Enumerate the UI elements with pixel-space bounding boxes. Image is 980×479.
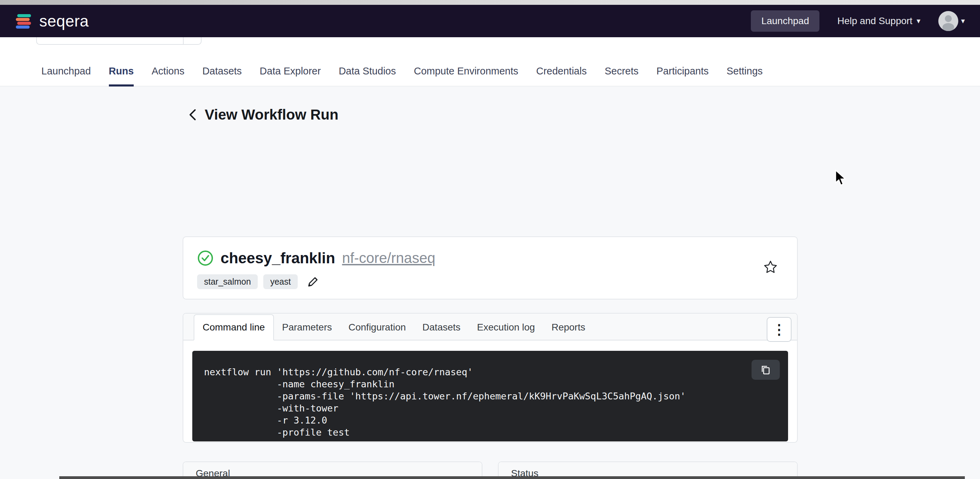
- tab-execution-log[interactable]: Execution log: [469, 315, 543, 340]
- kebab-icon: ⋮: [772, 323, 786, 336]
- edit-labels-button[interactable]: [307, 276, 319, 288]
- run-details-card: Command line Parameters Configuration Da…: [183, 313, 798, 443]
- horizontal-scrollbar[interactable]: [59, 476, 965, 479]
- command-line-block: nextflow run 'https://github.com/nf-core…: [192, 351, 788, 441]
- chevron-down-icon: ▾: [916, 16, 920, 25]
- tab-data-studios[interactable]: Data Studios: [339, 65, 396, 86]
- tab-compute-environments[interactable]: Compute Environments: [414, 65, 518, 86]
- tab-runs[interactable]: Runs: [109, 65, 134, 86]
- run-name: cheesy_franklin: [221, 250, 335, 267]
- tab-datasets[interactable]: Datasets: [202, 65, 242, 86]
- command-line-text: nextflow run 'https://github.com/nf-core…: [204, 366, 776, 438]
- avatar: [938, 11, 958, 31]
- search-input[interactable]: [36, 37, 202, 45]
- tab-credentials[interactable]: Credentials: [536, 65, 587, 86]
- back-button[interactable]: [188, 108, 197, 122]
- tab-reports[interactable]: Reports: [543, 315, 593, 340]
- seqera-brand[interactable]: seqera: [15, 12, 89, 30]
- page-title: View Workflow Run: [205, 107, 338, 123]
- tab-configuration[interactable]: Configuration: [340, 315, 414, 340]
- main-content: View Workflow Run cheesy_franklin nf-cor…: [0, 107, 980, 123]
- run-options-button[interactable]: ⋮: [767, 317, 792, 342]
- tab-settings[interactable]: Settings: [727, 65, 763, 86]
- copy-icon: [760, 364, 771, 375]
- help-and-support-menu[interactable]: Help and Support ▾: [837, 16, 920, 27]
- tab-data-explorer[interactable]: Data Explorer: [260, 65, 321, 86]
- help-menu-label: Help and Support: [837, 16, 912, 27]
- user-menu[interactable]: ▾: [938, 11, 965, 31]
- workspace-subnav: Launchpad Runs Actions Datasets Data Exp…: [0, 37, 980, 86]
- run-label-star-salmon[interactable]: star_salmon: [197, 274, 258, 289]
- tab-run-datasets[interactable]: Datasets: [414, 315, 469, 340]
- details-tabbar: Command line Parameters Configuration Da…: [183, 313, 797, 341]
- copy-command-button[interactable]: [751, 360, 780, 380]
- brand-wordmark: seqera: [39, 12, 89, 30]
- seqera-logo-icon: [15, 12, 33, 30]
- chevron-left-icon: [188, 108, 197, 122]
- person-icon: [938, 11, 958, 31]
- top-navbar: seqera Launchpad Help and Support ▾ ▾: [0, 5, 980, 37]
- mouse-cursor: [834, 170, 848, 188]
- pipeline-link[interactable]: nf-core/rnaseq: [342, 250, 436, 266]
- window-top-edge: [0, 0, 980, 5]
- run-summary-card: cheesy_franklin nf-core/rnaseq star_salm…: [183, 236, 798, 299]
- tab-command-line[interactable]: Command line: [194, 314, 274, 341]
- star-run-button[interactable]: [763, 260, 778, 274]
- run-label-yeast[interactable]: yeast: [263, 274, 298, 289]
- search-input-divider: [183, 37, 184, 44]
- workspace-tabs: Launchpad Runs Actions Datasets Data Exp…: [41, 65, 762, 86]
- chevron-down-icon: ▾: [961, 16, 965, 25]
- tab-parameters[interactable]: Parameters: [274, 315, 340, 340]
- launchpad-button[interactable]: Launchpad: [751, 10, 819, 32]
- pencil-icon: [307, 276, 319, 288]
- tab-actions[interactable]: Actions: [152, 65, 185, 86]
- tab-participants[interactable]: Participants: [656, 65, 709, 86]
- star-icon: [763, 260, 778, 274]
- tab-launchpad[interactable]: Launchpad: [41, 65, 91, 86]
- tab-secrets[interactable]: Secrets: [605, 65, 638, 86]
- success-check-icon: [197, 250, 214, 266]
